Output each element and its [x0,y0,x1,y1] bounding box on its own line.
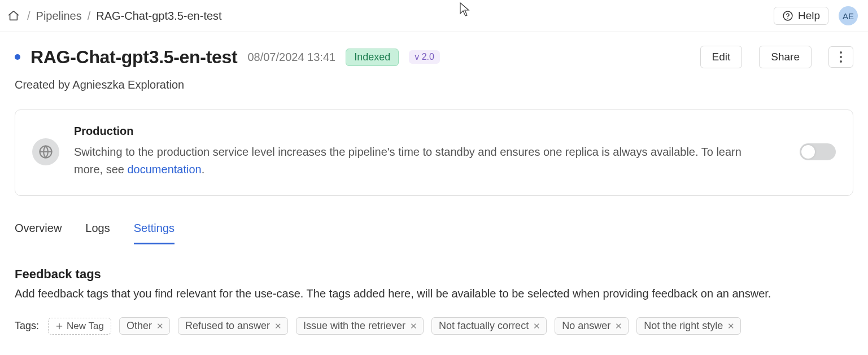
close-icon[interactable]: ✕ [274,322,282,330]
tags-row: Tags: New Tag Other✕Refused to answer✕Is… [15,317,853,335]
topbar: / Pipelines / RAG-Chat-gpt3.5-en-test He… [0,0,868,32]
tab-overview[interactable]: Overview [15,218,62,244]
status-badge: Indexed [346,49,399,66]
breadcrumb-pipelines[interactable]: Pipelines [36,10,82,23]
close-icon[interactable]: ✕ [727,322,735,330]
close-icon[interactable]: ✕ [156,322,164,330]
version-badge: v 2.0 [409,50,440,64]
breadcrumb-sep: / [27,10,30,23]
help-button[interactable]: Help [774,7,828,25]
edit-button[interactable]: Edit [700,46,743,68]
close-icon[interactable]: ✕ [615,322,622,330]
tag-chip-label: Other [127,320,152,332]
close-icon[interactable]: ✕ [410,322,417,330]
tag-chip: Other✕ [119,317,170,335]
documentation-link[interactable]: documentation [127,163,201,176]
breadcrumb-sep: / [88,10,91,23]
tag-chip: Issue with the retriever✕ [296,317,424,335]
tag-chip-label: No answer [562,320,610,332]
close-icon[interactable]: ✕ [533,322,540,330]
title-row: RAG-Chat-gpt3.5-en-test 08/07/2024 13:41… [15,46,853,68]
breadcrumb: / Pipelines / RAG-Chat-gpt3.5-en-test [6,8,222,24]
production-title: Production [74,125,785,138]
home-icon[interactable] [6,8,21,24]
tags-label: Tags: [15,320,39,332]
page-title: RAG-Chat-gpt3.5-en-test [30,47,237,68]
tag-chip-label: Refused to answer [185,320,270,332]
tag-chip: Not the right style✕ [636,317,741,335]
share-button[interactable]: Share [759,46,812,68]
feedback-tags-section: Feedback tags Add feedback tags that you… [15,267,853,335]
production-card: Production Switching to the production s… [15,109,853,196]
tag-chip-label: Not factually correct [439,320,529,332]
tag-chip: Not factually correct✕ [431,317,547,335]
help-icon [782,10,793,21]
tag-chip-label: Not the right style [644,320,723,332]
tab-logs[interactable]: Logs [85,218,110,244]
page-datetime: 08/07/2024 13:41 [247,51,335,64]
new-tag-label: New Tag [67,321,104,332]
tabs: Overview Logs Settings [15,218,853,244]
production-toggle[interactable] [800,143,836,160]
more-menu-button[interactable] [828,46,853,68]
status-dot-icon [15,54,20,60]
new-tag-button[interactable]: New Tag [48,318,111,335]
kebab-icon [840,51,842,63]
help-label: Help [798,10,820,22]
plus-icon [55,322,63,330]
avatar[interactable]: AE [839,6,858,25]
created-by: Created by Agnieszka Exploration [15,78,853,91]
tag-chip: Refused to answer✕ [178,317,288,335]
production-description: Switching to the production service leve… [74,143,769,178]
svg-point-0 [783,11,792,20]
tag-chip: No answer✕ [555,317,629,335]
tag-chip-label: Issue with the retriever [303,320,405,332]
breadcrumb-current: RAG-Chat-gpt3.5-en-test [96,10,221,23]
svg-point-1 [787,17,788,18]
tab-settings[interactable]: Settings [134,218,175,244]
globe-icon [32,138,59,165]
feedback-tags-description: Add feedback tags that you find relevant… [15,287,853,300]
feedback-tags-heading: Feedback tags [15,267,853,282]
